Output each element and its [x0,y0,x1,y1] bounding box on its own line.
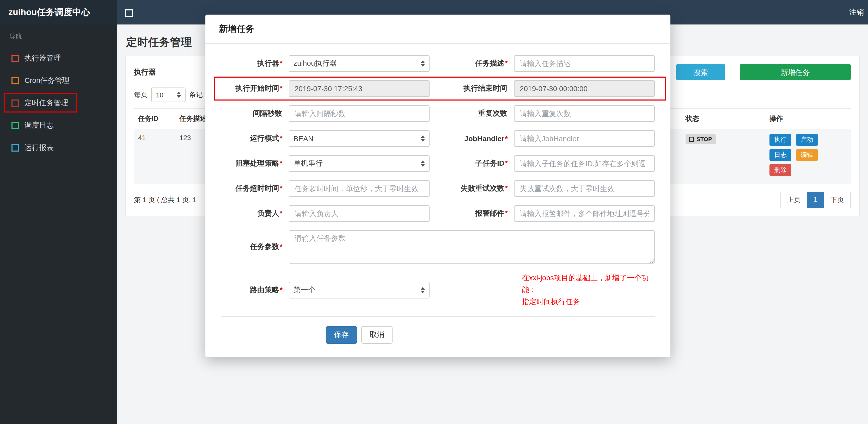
executor-filter-label: 执行器 [134,64,156,80]
sidebar-item-schedule-log[interactable]: 调度日志 [0,114,117,136]
modal-divider [221,317,655,317]
feature-note-line1: 在xxl-jobs项目的基础上，新增了一个功能： [522,272,655,296]
save-button[interactable]: 保存 [326,326,357,344]
sidebar-item-label: 运行报表 [25,143,54,152]
feature-note-line2: 指定时间执行任务 [522,296,655,308]
sidebar-item-cron-task-manage[interactable]: Cron任务管理 [0,69,117,92]
sidebar-item-label: Cron任务管理 [25,76,70,85]
interval-input[interactable] [289,105,430,122]
jobhandler-label: JobHandler* [430,134,508,143]
search-button[interactable]: 搜索 [676,64,725,80]
col-header-actions: 操作 [765,108,851,129]
pagination: 上页 1 下页 [781,192,851,208]
end-time-label: 执行结束时间 [430,84,508,93]
task-desc-input[interactable] [514,55,655,72]
block-strategy-select[interactable]: 单机串行 [289,155,430,172]
child-task-input[interactable] [514,155,655,172]
route-strategy-select[interactable]: 第一个 [289,282,430,298]
select-caret-icon [177,92,181,98]
jobhandler-input[interactable] [514,130,655,147]
edit-button[interactable]: 编辑 [796,149,818,161]
log-button[interactable]: 日志 [770,149,792,161]
logout-link[interactable]: 注销 [849,0,864,25]
square-icon [11,144,19,151]
cell-actions: 执行 启动 日志 编辑 删除 [765,129,851,184]
per-page-prefix-label: 每页 [134,90,148,99]
owner-input[interactable] [289,205,430,222]
sidebar-section-label: 导航 [0,25,117,47]
interval-label: 间隔秒数 [221,109,283,118]
select-value: 第一个 [293,285,315,295]
start-time-label: 执行开始时间* [221,84,283,93]
sidebar-item-label: 调度日志 [25,121,54,130]
select-caret-icon [421,160,425,167]
add-task-button[interactable]: 新增任务 [740,64,851,80]
cell-status: STOP [681,129,765,184]
task-params-textarea[interactable] [289,230,655,264]
per-page-select[interactable]: 10 [151,88,186,102]
app-title: zuihou任务调度中心 [0,0,117,25]
select-value: zuihou执行器 [293,59,337,68]
route-strategy-label: 路由策略* [221,285,283,295]
start-time-input[interactable] [289,80,430,97]
sidebar-item-label: 定时任务管理 [25,98,68,107]
square-icon [11,99,19,106]
per-page-suffix-label: 条记 [189,90,203,99]
owner-label: 负责人* [221,209,283,218]
add-task-modal: 新增任务 执行器* zuihou执行器 任务描述* 执行开始时间* 执行结束时间 [206,14,671,358]
sidebar-toggle-icon[interactable] [125,9,133,17]
sidebar-item-run-report[interactable]: 运行报表 [0,136,117,159]
fail-retry-input[interactable] [514,180,655,197]
repeat-count-label: 重复次数 [430,109,508,118]
timeout-input[interactable] [289,180,430,197]
cell-task-id: 41 [134,129,176,184]
prev-page-button[interactable]: 上页 [780,192,808,208]
sidebar-item-label: 执行器管理 [25,54,61,63]
sidebar-item-executor-manage[interactable]: 执行器管理 [0,47,117,69]
block-strategy-label: 阻塞处理策略* [221,159,283,168]
child-task-label: 子任务ID* [430,159,508,168]
timeout-label: 任务超时时间* [221,184,283,193]
col-header-status: 状态 [681,108,765,129]
run-mode-label: 运行模式* [221,134,283,143]
sidebar-item-timed-task-manage[interactable]: 定时任务管理 [0,92,117,114]
square-icon [689,137,694,141]
select-caret-icon [421,60,425,67]
page-number-button[interactable]: 1 [807,192,824,208]
per-page-value: 10 [156,91,163,99]
select-value: BEAN [293,134,313,143]
cancel-button[interactable]: 取消 [361,326,393,344]
repeat-count-input[interactable] [514,105,655,122]
col-header-task-id: 任务ID [134,108,176,129]
modal-title: 新增任务 [206,14,671,44]
square-icon [11,55,19,62]
status-badge: STOP [685,134,716,144]
executor-select[interactable]: zuihou执行器 [289,55,430,72]
alarm-email-input[interactable] [514,205,655,222]
end-time-input[interactable] [514,80,655,97]
run-mode-select[interactable]: BEAN [289,130,430,147]
alarm-email-label: 报警邮件* [430,209,508,218]
feature-note: 在xxl-jobs项目的基础上，新增了一个功能： 指定时间执行任务 [522,272,655,308]
select-caret-icon [421,135,425,142]
sidebar: 导航 执行器管理 Cron任务管理 定时任务管理 调度日志 运行报表 [0,25,117,424]
square-icon [11,122,19,129]
next-page-button[interactable]: 下页 [824,192,851,208]
task-desc-label: 任务描述* [430,59,508,68]
pagination-summary: 第 1 页 ( 总共 1 页, 1 [134,195,196,205]
fail-retry-label: 失败重试次数* [430,184,508,193]
delete-button[interactable]: 删除 [770,164,792,176]
square-icon [11,77,19,84]
run-button[interactable]: 执行 [770,134,792,146]
select-caret-icon [421,287,425,293]
executor-label: 执行器* [221,59,283,68]
start-button[interactable]: 启动 [796,134,818,146]
select-value: 单机串行 [293,159,323,168]
task-params-label: 任务参数* [221,242,283,252]
